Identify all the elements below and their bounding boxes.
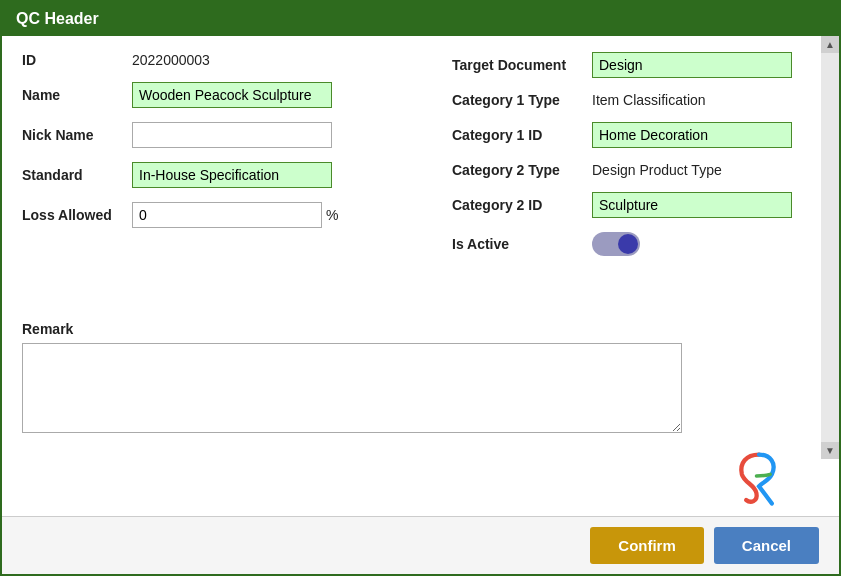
cat1-id-label: Category 1 ID	[452, 127, 592, 143]
cat2-id-input[interactable]	[592, 192, 792, 218]
target-doc-input[interactable]	[592, 52, 792, 78]
cat1-type-value: Item Classification	[592, 92, 706, 108]
name-input[interactable]	[132, 82, 332, 108]
scroll-up-arrow[interactable]: ▲	[821, 36, 839, 53]
target-doc-row: Target Document	[452, 52, 819, 78]
dialog-footer: Confirm Cancel	[2, 516, 839, 574]
is-active-label: Is Active	[452, 236, 592, 252]
nickname-label: Nick Name	[22, 127, 132, 143]
form-left: ID 2022000003 Name Nick Name	[22, 52, 422, 311]
remark-textarea[interactable]	[22, 343, 682, 433]
cancel-button[interactable]: Cancel	[714, 527, 819, 564]
confirm-button[interactable]: Confirm	[590, 527, 704, 564]
standard-row: Standard	[22, 162, 422, 188]
form-area: ID 2022000003 Name Nick Name	[22, 52, 819, 311]
company-logo	[729, 446, 789, 506]
scrollbar[interactable]: ▲ ▼	[821, 36, 839, 459]
form-right: Target Document Category 1 Type Item Cla…	[452, 52, 819, 311]
percent-sign: %	[326, 207, 338, 223]
is-active-row: Is Active	[452, 232, 819, 256]
cat1-id-row: Category 1 ID	[452, 122, 819, 148]
toggle-slider	[592, 232, 640, 256]
loss-label: Loss Allowed	[22, 207, 132, 223]
scroll-down-arrow[interactable]: ▼	[821, 442, 839, 459]
cat2-type-label: Category 2 Type	[452, 162, 592, 178]
cat1-id-input[interactable]	[592, 122, 792, 148]
id-row: ID 2022000003	[22, 52, 422, 68]
cat2-id-label: Category 2 ID	[452, 197, 592, 213]
id-label: ID	[22, 52, 132, 68]
remark-section: Remark	[22, 321, 819, 436]
cat1-type-label: Category 1 Type	[452, 92, 592, 108]
qc-header-dialog: QC Header ID 2022000003 Name	[0, 0, 841, 576]
standard-label: Standard	[22, 167, 132, 183]
dialog-title: QC Header	[2, 2, 839, 36]
loss-input[interactable]	[132, 202, 322, 228]
cat2-id-row: Category 2 ID	[452, 192, 819, 218]
cat2-type-row: Category 2 Type Design Product Type	[452, 162, 819, 178]
remark-label: Remark	[22, 321, 819, 337]
cat1-type-row: Category 1 Type Item Classification	[452, 92, 819, 108]
nickname-row: Nick Name	[22, 122, 422, 148]
name-label: Name	[22, 87, 132, 103]
logo-area	[22, 436, 819, 506]
standard-input[interactable]	[132, 162, 332, 188]
dialog-body: ID 2022000003 Name Nick Name	[2, 36, 839, 516]
is-active-toggle[interactable]	[592, 232, 640, 256]
nickname-input[interactable]	[132, 122, 332, 148]
target-doc-label: Target Document	[452, 57, 592, 73]
loss-input-group: %	[132, 202, 338, 228]
id-value: 2022000003	[132, 52, 210, 68]
cat2-type-value: Design Product Type	[592, 162, 722, 178]
loss-row: Loss Allowed %	[22, 202, 422, 228]
name-row: Name	[22, 82, 422, 108]
